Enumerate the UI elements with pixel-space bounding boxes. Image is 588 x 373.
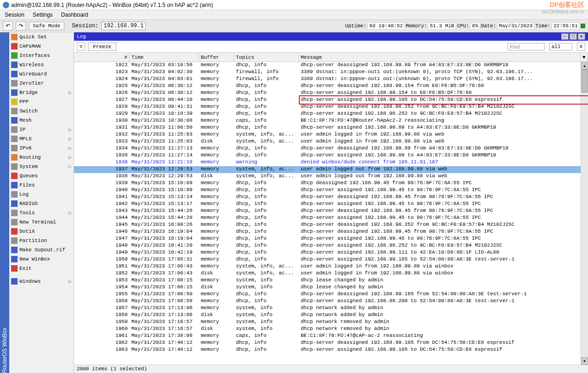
sidebar-item-queues[interactable]: Queues — [9, 171, 74, 180]
log-row[interactable]: 1951May/31/2023 17:06:43memorysystem, in… — [74, 263, 588, 270]
log-row[interactable]: 1942May/31/2023 15:13:17memorydhcp, info… — [74, 201, 588, 208]
log-row[interactable]: 1949May/31/2023 16:42:19memorydhcp, info… — [74, 249, 588, 256]
sidebar-item-mesh[interactable]: Mesh — [9, 116, 74, 125]
log-row[interactable]: 1963May/31/2023 17:48:12memorydhcp, info… — [74, 347, 588, 354]
sidebar-item-wireless[interactable]: Wireless — [9, 60, 74, 69]
log-row[interactable]: 1958May/31/2023 17:13:06disksystem, info… — [74, 312, 588, 319]
log-row[interactable]: 1955May/31/2023 17:08:50memorydhcp, info… — [74, 291, 588, 298]
log-row[interactable]: 1959May/31/2023 17:16:57memorysystem, in… — [74, 319, 588, 326]
log-row[interactable]: 1923May/31/2023 04:02:30memoryfirewall, … — [74, 69, 588, 76]
log-row[interactable]: 1957May/31/2023 17:13:06memorysystem, in… — [74, 305, 588, 312]
log-row[interactable]: 1947May/31/2023 16:19:04memorydhcp, info… — [74, 236, 588, 242]
log-row[interactable]: 1956May/31/2023 17:08:58memorydhcp, info… — [74, 298, 588, 305]
log-row[interactable]: 1943May/31/2023 15:44:26memorydhcp, info… — [74, 208, 588, 215]
filter-icon[interactable]: ▽ — [77, 43, 85, 51]
redo-button[interactable]: ↷ — [16, 21, 26, 31]
sidebar-item-ip[interactable]: IP▷ — [9, 125, 74, 134]
sidebar-item-capsman[interactable]: CAPsMAN — [9, 42, 74, 51]
log-row[interactable]: 1944May/31/2023 15:44:28memorydhcp, info… — [74, 215, 588, 222]
sidebar-item-new-terminal[interactable]: New Terminal — [9, 218, 74, 227]
col-num[interactable]: # — [74, 53, 130, 62]
log-row[interactable]: 1950May/31/2023 17:05:31memorydhcp, info… — [74, 256, 588, 263]
log-row[interactable]: 1925May/31/2023 06:30:12memorydhcp, info… — [74, 83, 588, 90]
log-row[interactable]: 1935May/31/2023 11:27:14memorydhcp, info… — [74, 152, 588, 159]
scroll-down-button[interactable]: ▼ — [581, 357, 588, 365]
sidebar-label: CAPsMAN — [19, 44, 41, 49]
filter-dropdown-button[interactable]: ∓ — [577, 43, 585, 51]
sidebar-item-log[interactable]: Log — [9, 190, 74, 199]
filter-select[interactable]: all — [549, 43, 572, 50]
sidebar-item-zerotier[interactable]: ZeroTier — [9, 79, 74, 88]
log-row[interactable]: 1937May/31/2023 12:29:53memorysystem, in… — [74, 166, 588, 173]
sidebar-item-ipv6[interactable]: IPv6▷ — [9, 143, 74, 153]
scroll-thumb[interactable] — [582, 69, 588, 93]
vertical-tab[interactable]: RouterOS WinBox — [0, 32, 9, 373]
log-maximize-button[interactable]: □ — [569, 33, 577, 40]
log-row[interactable]: 1932May/31/2023 11:25:03memorysystem, in… — [74, 131, 588, 138]
log-row[interactable]: 1926May/31/2023 06:30:12memorydhcp, info… — [74, 90, 588, 97]
menu-session[interactable]: Session — [5, 12, 25, 18]
sidebar-item-exit[interactable]: Exit — [9, 264, 74, 273]
log-row[interactable]: 1940May/31/2023 15:10:09memorydhcp, info… — [74, 187, 588, 194]
log-minimize-button[interactable]: ─ — [561, 33, 569, 40]
sidebar-item-dot1x[interactable]: Dot1X — [9, 227, 74, 236]
safe-mode-button[interactable]: Safe Mode — [29, 22, 64, 30]
log-row[interactable]: 1922May/31/2023 03:10:56memorydhcp, info… — [74, 62, 588, 69]
scroll-up-button[interactable]: ▲ — [581, 62, 588, 69]
log-body[interactable]: ▲ ▼ 1922May/31/2023 03:10:56memorydhcp, … — [74, 62, 588, 365]
log-close-button[interactable]: ✕ — [578, 33, 585, 40]
sidebar-item-routing[interactable]: Routing▷ — [9, 153, 74, 162]
log-row[interactable]: 1954May/31/2023 17:08:15disksystem, info… — [74, 284, 588, 291]
log-row[interactable]: 1929May/31/2023 10:18:39memorydhcp, info… — [74, 111, 588, 118]
sidebar-item-switch[interactable]: Switch — [9, 106, 74, 116]
log-row[interactable]: 1928May/31/2023 09:41:31memorydhcp, info… — [74, 104, 588, 111]
sidebar-icon — [11, 219, 18, 225]
log-row[interactable]: 1945May/31/2023 16:00:26memorydhcp, info… — [74, 222, 588, 229]
log-cell: dhcp-server deassigned 192.168.99.89 fro… — [299, 62, 588, 69]
sidebar-item-quick-set[interactable]: Quick Set — [9, 32, 74, 42]
log-row[interactable]: 1952May/31/2023 17:06:43disksystem, info… — [74, 270, 588, 277]
menu-settings[interactable]: Settings — [33, 12, 53, 18]
log-row[interactable]: 1939May/31/2023 15:10:09memorydhcp, info… — [74, 180, 588, 187]
log-row[interactable]: 1936May/31/2023 12:21:18memorywarningden… — [74, 159, 588, 166]
sidebar-item-tools[interactable]: Tools▷ — [9, 208, 74, 218]
log-row[interactable]: 1934May/31/2023 11:27:13memorydhcp, info… — [74, 145, 588, 152]
sidebar-item-interfaces[interactable]: Interfaces — [9, 51, 74, 60]
log-row[interactable]: 1931May/31/2023 11:06:50memorydhcp, info… — [74, 124, 588, 131]
col-time[interactable]: Time — [130, 53, 199, 62]
log-row[interactable]: 1953May/31/2023 17:08:15memorysystem, in… — [74, 277, 588, 284]
sidebar-item-system[interactable]: System▷ — [9, 162, 74, 171]
log-row[interactable]: 1933May/31/2023 11:25:03disksystem, info… — [74, 138, 588, 145]
sidebar-item-windows[interactable]: Windows▷ — [9, 277, 74, 286]
scrollbar-vertical[interactable]: ▲ ▼ — [581, 62, 588, 365]
sidebar-item-mpls[interactable]: MPLS▷ — [9, 134, 74, 143]
log-row[interactable]: 1941May/31/2023 15:13:14memorydhcp, info… — [74, 194, 588, 201]
menu-dashboard[interactable]: Dashboard — [61, 12, 88, 18]
log-row[interactable]: 1962May/31/2023 17:48:12memorydhcp, info… — [74, 340, 588, 347]
sidebar-item-new-winbox[interactable]: New WinBox — [9, 255, 74, 264]
undo-button[interactable]: ↶ — [3, 21, 13, 31]
log-row[interactable]: 1927May/31/2023 08:44:10memorydhcp, info… — [74, 97, 588, 104]
log-row[interactable]: 1930May/31/2023 10:30:08memorycaps, info… — [74, 118, 588, 124]
col-dropdown[interactable]: ▼ — [581, 53, 588, 62]
col-message[interactable]: Message — [299, 53, 581, 62]
log-row[interactable]: 1946May/31/2023 16:19:04memorydhcp, info… — [74, 229, 588, 236]
log-row[interactable]: 1960May/31/2023 17:16:57disksystem, info… — [74, 326, 588, 333]
log-row[interactable]: 1948May/31/2023 16:41:20memorydhcp, info… — [74, 242, 588, 249]
log-cell: May/31/2023 17:16:57 — [130, 326, 199, 333]
log-cell: dhcp network added by admin — [299, 312, 588, 319]
log-row[interactable]: 1961May/31/2023 17:38:06memorycaps, info… — [74, 333, 588, 340]
sidebar-item-bridge[interactable]: Bridge▷ — [9, 88, 74, 97]
freeze-button[interactable]: Freeze — [88, 43, 117, 51]
col-buffer[interactable]: Buffer — [199, 53, 234, 62]
log-row[interactable]: 1938May/31/2023 12:29:53disksystem, info… — [74, 173, 588, 180]
log-row[interactable]: 1924May/31/2023 04:03:01memoryfirewall, … — [74, 76, 588, 83]
find-input[interactable]: Find — [508, 43, 545, 50]
sidebar-item-ppp[interactable]: PPP — [9, 97, 74, 106]
sidebar-item-partition[interactable]: Partition — [9, 236, 74, 245]
sidebar-item-files[interactable]: Files — [9, 180, 74, 190]
sidebar-item-make-supout-rif[interactable]: Make Supout.rif — [9, 245, 74, 255]
col-topics[interactable]: Topics — [234, 53, 299, 62]
sidebar-item-wireguard[interactable]: WireGuard — [9, 69, 74, 79]
sidebar-item-radius[interactable]: RADIUS — [9, 199, 74, 208]
